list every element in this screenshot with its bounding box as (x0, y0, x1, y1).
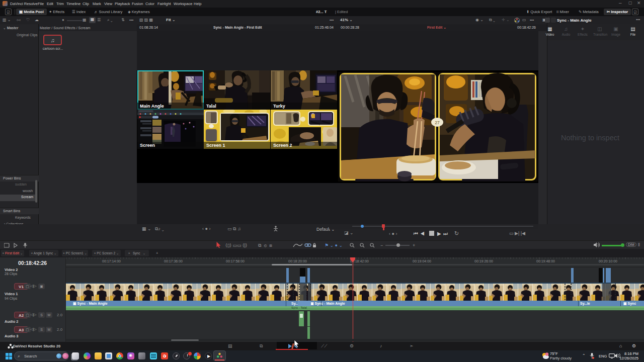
svg-text:27: 27 (435, 120, 440, 125)
